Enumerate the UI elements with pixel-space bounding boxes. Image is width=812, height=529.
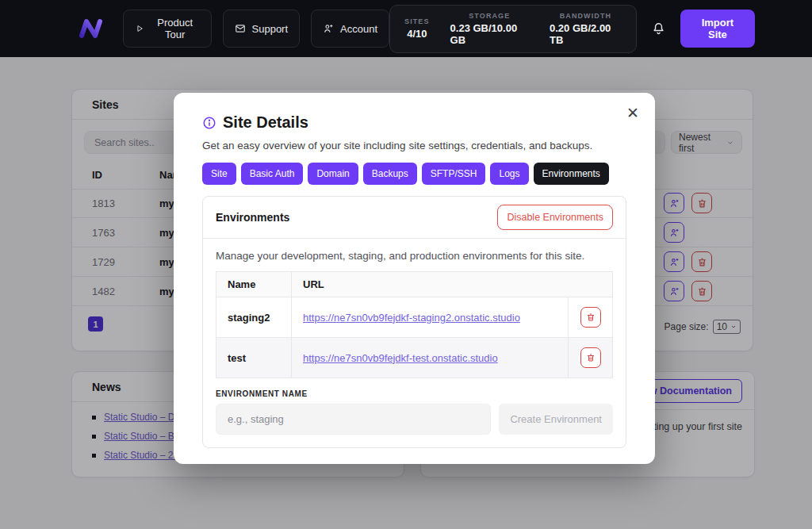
create-environment-button[interactable]: Create Environment: [499, 404, 613, 435]
stat-storage: STORAGE 0.23 GB/10.00 GB: [450, 12, 529, 46]
top-navigation-bar: Product Tour Support Account SITES 4/10 …: [0, 0, 812, 57]
stat-sites: SITES 4/10: [404, 17, 430, 40]
usage-stats: SITES 4/10 STORAGE 0.23 GB/10.00 GB BAND…: [389, 5, 637, 53]
tab-backups[interactable]: Backups: [363, 163, 417, 185]
table-row: staging2 https://ne7sn0vb9fejdkf-staging…: [216, 297, 613, 338]
page-content: Sites Newest first ID Name 1813 my-n 176…: [0, 57, 812, 529]
site-details-modal: ✕ Site Details Get an easy overview of y…: [174, 93, 655, 464]
header-nav: Product Tour Support Account: [123, 10, 389, 48]
create-environment-row: Create Environment: [216, 404, 613, 435]
column-header-name: Name: [216, 272, 292, 297]
stat-sites-label: SITES: [404, 17, 430, 25]
notifications-bell-button[interactable]: [651, 21, 666, 36]
tab-sftp-ssh[interactable]: SFTP/SSH: [422, 163, 486, 185]
mail-icon: [235, 23, 246, 34]
bell-icon: [651, 21, 666, 36]
trash-icon: [586, 312, 596, 322]
environments-card-title: Environments: [216, 211, 289, 224]
delete-environment-button[interactable]: [580, 347, 601, 368]
trash-icon: [586, 353, 596, 362]
environment-name-input[interactable]: [216, 404, 491, 435]
environment-name: staging2: [216, 297, 292, 338]
tab-site[interactable]: Site: [202, 163, 236, 185]
environments-card-body: Manage your development, staging, and pr…: [203, 239, 626, 447]
environment-url-link[interactable]: https://ne7sn0vb9fejdkf-test.onstatic.st…: [303, 352, 498, 364]
support-button[interactable]: Support: [223, 10, 301, 48]
import-site-button[interactable]: Import Site: [680, 10, 755, 48]
environment-url-link[interactable]: https://ne7sn0vb9fejdkf-staging2.onstati…: [303, 312, 520, 324]
app-logo[interactable]: [75, 16, 109, 41]
product-tour-button[interactable]: Product Tour: [123, 10, 211, 48]
page-title: Site Details: [223, 113, 308, 132]
table-row: test https://ne7sn0vb9fejdkf-test.onstat…: [216, 338, 613, 378]
table-header-row: Name URL: [216, 272, 613, 297]
column-header-url: URL: [292, 272, 613, 297]
info-icon: [202, 116, 216, 130]
account-button[interactable]: Account: [311, 10, 389, 48]
stat-bandwidth: BANDWIDTH 0.20 GB/2.00 TB: [550, 12, 622, 46]
stat-sites-value: 4/10: [407, 28, 427, 40]
environment-name: test: [216, 338, 292, 378]
modal-title-row: Site Details: [202, 113, 626, 132]
modal-subtitle: Get an easy overview of your site includ…: [202, 140, 626, 151]
modal-tabs: Site Basic Auth Domain Backups SFTP/SSH …: [202, 163, 626, 185]
environment-name-label: ENVIRONMENT NAME: [216, 389, 613, 398]
account-label: Account: [340, 23, 377, 35]
tab-domain[interactable]: Domain: [308, 163, 358, 185]
stat-bandwidth-value: 0.20 GB/2.00 TB: [550, 22, 622, 46]
environments-card: Environments Disable Environments Manage…: [202, 196, 626, 448]
environments-card-header: Environments Disable Environments: [203, 197, 626, 239]
stat-bandwidth-label: BANDWIDTH: [560, 12, 611, 20]
tab-logs[interactable]: Logs: [490, 163, 528, 185]
delete-environment-button[interactable]: [580, 307, 601, 328]
support-label: Support: [252, 23, 289, 35]
environments-table: Name URL staging2 https://ne7sn0vb9fejdk…: [216, 271, 613, 378]
tab-environments[interactable]: Environments: [534, 163, 609, 185]
stat-storage-label: STORAGE: [469, 12, 510, 20]
environments-description: Manage your development, staging, and pr…: [216, 250, 613, 262]
play-icon: [135, 23, 144, 34]
close-icon[interactable]: ✕: [622, 101, 644, 125]
product-tour-label: Product Tour: [151, 17, 200, 40]
person-add-icon: [323, 23, 334, 34]
tab-basic-auth[interactable]: Basic Auth: [241, 163, 304, 185]
stat-storage-value: 0.23 GB/10.00 GB: [450, 22, 529, 46]
disable-environments-button[interactable]: Disable Environments: [497, 205, 613, 230]
